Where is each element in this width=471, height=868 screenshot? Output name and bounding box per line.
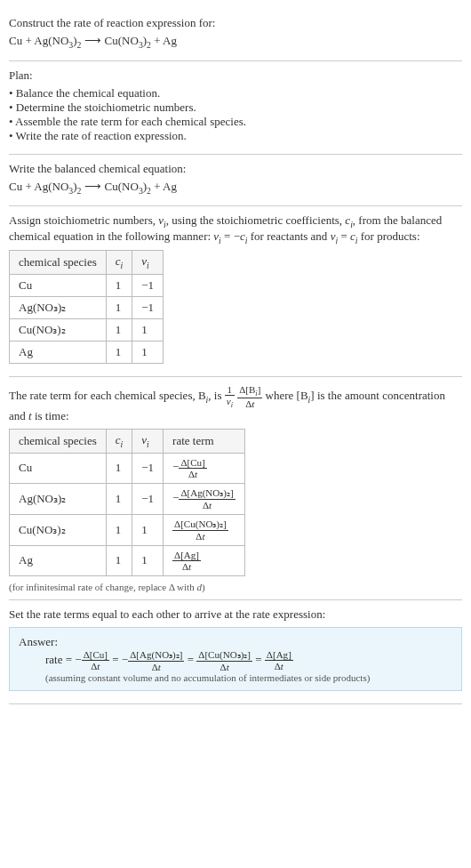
plan-item: Balance the chemical equation.: [9, 86, 462, 100]
col-c: ci: [106, 251, 132, 275]
table-header-row: chemical species ci νi: [10, 251, 164, 275]
table-header-row: chemical species ci νi rate term: [10, 430, 245, 454]
rateterm-section: The rate term for each chemical species,…: [9, 377, 462, 600]
plan-item: Write the rate of reaction expression.: [9, 129, 462, 143]
plan-list: Balance the chemical equation. Determine…: [9, 86, 462, 143]
balanced-section: Write the balanced chemical equation: Cu…: [9, 155, 462, 207]
frac-dBdt: Δ[Bi]Δt: [237, 384, 262, 409]
stoich-text: Assign stoichiometric numbers, νi, using…: [9, 213, 462, 245]
balanced-equation: Cu + Ag(NO3)2 ⟶ Cu(NO3)2 + Ag: [9, 180, 462, 196]
rate-expression: rate = −Δ[Cu]Δt = −Δ[Ag(NO₃)₂]Δt = Δ[Cu(…: [19, 649, 452, 672]
col-species: chemical species: [10, 251, 107, 275]
table-row: Ag(NO₃)₂1−1: [10, 296, 164, 318]
table-row: Ag(NO₃)₂ 1 −1 −Δ[Ag(NO₃)₂]Δt: [10, 483, 245, 514]
table-row: Ag 1 1 Δ[Ag]Δt: [10, 545, 245, 575]
plan-title: Plan:: [9, 68, 462, 83]
unbalanced-equation: Cu + Ag(NO3)2 ⟶ Cu(NO3)2 + Ag: [9, 34, 462, 50]
final-title: Set the rate terms equal to each other t…: [9, 607, 462, 622]
header-section: Construct the rate of reaction expressio…: [9, 9, 462, 61]
answer-box: Answer: rate = −Δ[Cu]Δt = −Δ[Ag(NO₃)₂]Δt…: [9, 627, 462, 691]
frac-1-over-nu: 1νi: [225, 384, 235, 409]
table-row: Cu(NO₃)₂ 1 1 Δ[Cu(NO₃)₂]Δt: [10, 514, 245, 545]
plan-section: Plan: Balance the chemical equation. Det…: [9, 61, 462, 155]
table-row: Cu1−1: [10, 274, 164, 296]
table-row: Cu(NO₃)₂11: [10, 318, 164, 341]
final-section: Set the rate terms equal to each other t…: [9, 600, 462, 704]
eq-lhs: Cu + Ag(NO3)2: [9, 34, 81, 47]
eq-rhs: Cu(NO3)2 + Ag: [105, 34, 177, 47]
table-row: Cu 1 −1 −Δ[Cu]Δt: [10, 453, 245, 483]
rateterm-table: chemical species ci νi rate term Cu 1 −1…: [9, 429, 245, 576]
prompt-text: Construct the rate of reaction expressio…: [9, 16, 462, 30]
balanced-title: Write the balanced chemical equation:: [9, 162, 462, 176]
table-row: Ag11: [10, 341, 164, 363]
col-nu: νi: [132, 251, 164, 275]
plan-item: Assemble the rate term for each chemical…: [9, 115, 462, 129]
arrow-icon: ⟶: [81, 180, 104, 193]
rateterm-note: (for infinitesimal rate of change, repla…: [9, 582, 462, 592]
final-note: (assuming constant volume and no accumul…: [19, 672, 452, 683]
rateterm-text: The rate term for each chemical species,…: [9, 384, 462, 423]
arrow-icon: ⟶: [81, 34, 104, 47]
answer-label: Answer:: [19, 635, 452, 649]
plan-item: Determine the stoichiometric numbers.: [9, 100, 462, 115]
stoich-table: chemical species ci νi Cu1−1 Ag(NO₃)₂1−1…: [9, 250, 164, 364]
stoich-section: Assign stoichiometric numbers, νi, using…: [9, 206, 462, 377]
